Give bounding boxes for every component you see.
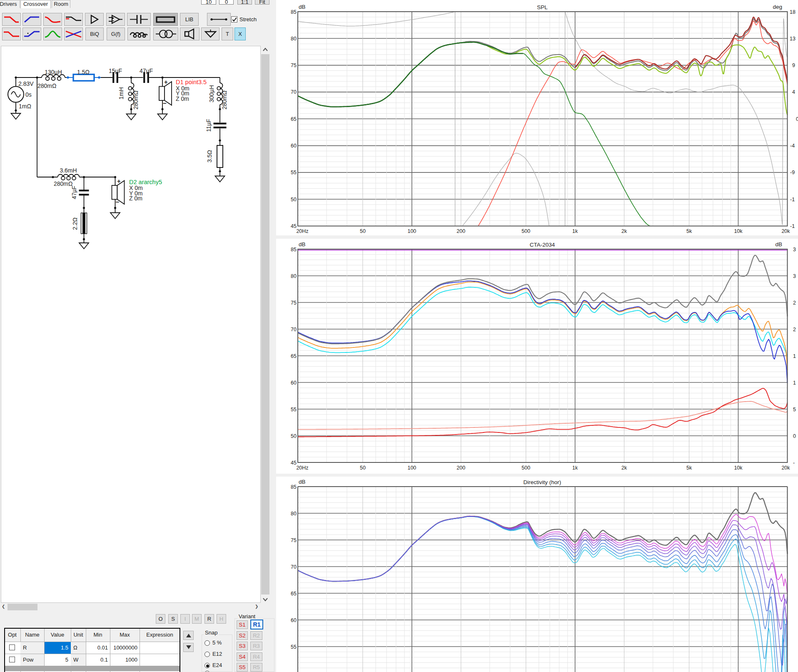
svg-text:55: 55 (291, 407, 297, 412)
svg-text:75: 75 (291, 62, 297, 68)
svg-text:45: 45 (291, 460, 297, 466)
svg-text:85: 85 (291, 484, 297, 490)
svg-text:200: 200 (456, 228, 465, 234)
svg-text:300µH: 300µH (208, 85, 215, 102)
svg-text:3.6mH: 3.6mH (60, 167, 77, 174)
svg-text:2k: 2k (621, 228, 627, 234)
svg-text:15µF: 15µF (109, 67, 122, 74)
svg-text:65: 65 (291, 591, 297, 597)
svg-text:1.5Ω: 1.5Ω (77, 69, 90, 75)
svg-text:3: 3 (793, 273, 796, 279)
svg-text:60: 60 (291, 143, 297, 149)
svg-text:80: 80 (291, 36, 297, 42)
svg-text:70: 70 (291, 89, 297, 95)
svg-text:9: 9 (792, 62, 795, 68)
svg-text:2: 2 (793, 327, 796, 332)
svg-text:5: 5 (793, 407, 796, 412)
svg-text:-: - (793, 460, 795, 466)
svg-text:280mΩ: 280mΩ (37, 82, 57, 89)
svg-text:10k: 10k (734, 465, 743, 471)
svg-text:2.2Ω: 2.2Ω (72, 217, 78, 230)
svg-text:−: − (163, 100, 167, 107)
svg-text:Z 0m: Z 0m (176, 95, 189, 102)
svg-text:0: 0 (796, 116, 798, 122)
svg-text:1mH: 1mH (118, 87, 125, 100)
svg-text:80: 80 (291, 511, 297, 517)
svg-text:280mΩ: 280mΩ (221, 90, 228, 110)
svg-text:45: 45 (291, 223, 297, 229)
svg-text:1: 1 (793, 380, 796, 386)
svg-text:1mΩ: 1mΩ (19, 103, 31, 110)
svg-text:18: 18 (790, 9, 796, 15)
svg-text:2.83V: 2.83V (18, 80, 34, 87)
svg-text:−: − (116, 198, 120, 205)
svg-text:50: 50 (291, 197, 297, 202)
svg-text:-1: -1 (790, 223, 795, 229)
svg-text:CTA-2034: CTA-2034 (530, 242, 555, 248)
svg-text:13: 13 (790, 36, 796, 42)
svg-text:500: 500 (521, 465, 530, 471)
svg-text:20k: 20k (781, 228, 790, 234)
svg-text:dB: dB (299, 4, 306, 10)
svg-text:130µH: 130µH (45, 69, 62, 75)
svg-text:65: 65 (291, 116, 297, 122)
svg-text:5k: 5k (686, 465, 692, 471)
svg-text:55: 55 (291, 170, 297, 175)
svg-text:85: 85 (291, 247, 297, 252)
svg-text:1: 1 (793, 353, 796, 359)
svg-text:-4: -4 (790, 143, 795, 149)
svg-text:100: 100 (407, 465, 416, 471)
svg-text:dB: dB (299, 241, 306, 247)
svg-text:Z 0m: Z 0m (129, 195, 142, 202)
svg-text:20Hz: 20Hz (296, 465, 308, 471)
svg-text:-9: -9 (790, 170, 795, 175)
svg-text:5k: 5k (686, 228, 692, 234)
svg-text:+: + (117, 177, 121, 185)
svg-text:60: 60 (291, 380, 297, 386)
svg-text:80: 80 (291, 273, 297, 279)
svg-text:70: 70 (291, 564, 297, 570)
svg-text:0: 0 (793, 433, 796, 439)
svg-text:SPL: SPL (537, 4, 548, 10)
svg-text:280mΩ: 280mΩ (54, 180, 73, 187)
svg-text:4: 4 (792, 89, 795, 95)
svg-text:dB: dB (299, 479, 306, 485)
svg-text:500: 500 (521, 228, 530, 234)
svg-text:deg: deg (773, 4, 782, 10)
svg-text:47µF: 47µF (71, 186, 77, 199)
svg-text:70: 70 (291, 327, 297, 332)
svg-text:11µF: 11µF (205, 119, 212, 132)
svg-text:47µF: 47µF (140, 67, 153, 74)
svg-text:3.5Ω: 3.5Ω (206, 150, 213, 162)
svg-text:75: 75 (291, 300, 297, 306)
svg-text:1k: 1k (572, 465, 578, 471)
svg-text:50: 50 (291, 433, 297, 439)
svg-text:200: 200 (456, 465, 465, 471)
svg-text:+: + (164, 78, 168, 85)
svg-text:85: 85 (291, 9, 297, 15)
svg-text:1k: 1k (572, 228, 578, 234)
svg-text:65: 65 (291, 353, 297, 359)
svg-text:280mΩ: 280mΩ (132, 90, 139, 110)
svg-text:55: 55 (291, 644, 297, 650)
svg-text:75: 75 (291, 537, 297, 543)
svg-text:50: 50 (360, 228, 366, 234)
svg-text:3: 3 (793, 247, 796, 252)
svg-text:20k: 20k (781, 465, 790, 471)
svg-text:2k: 2k (621, 465, 627, 471)
svg-text:10k: 10k (734, 228, 743, 234)
svg-text:-1: -1 (790, 197, 795, 202)
svg-text:50: 50 (360, 465, 366, 471)
svg-text:Directivity (hor): Directivity (hor) (524, 479, 561, 485)
svg-text:2: 2 (793, 300, 796, 306)
svg-text:dB: dB (775, 241, 782, 247)
svg-text:20Hz: 20Hz (296, 228, 308, 234)
svg-text:60: 60 (291, 617, 297, 623)
svg-text:100: 100 (407, 228, 416, 234)
svg-text:0s: 0s (25, 91, 32, 98)
